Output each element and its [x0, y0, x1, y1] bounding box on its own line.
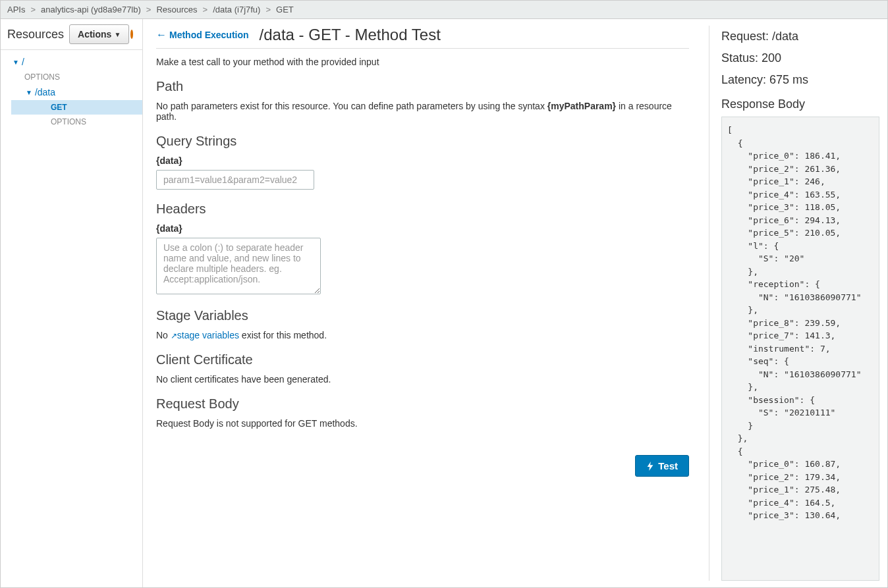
section-body-text: Request Body is not supported for GET me…	[156, 418, 689, 429]
tree-data-get[interactable]: GET	[11, 100, 142, 115]
breadcrumb-resource[interactable]: /data (i7j7fu)	[213, 5, 260, 14]
stage-variables-link[interactable]: ↗stage variables	[171, 330, 239, 340]
stage-link-label: stage variables	[177, 330, 239, 340]
actions-button[interactable]: Actions ▼	[69, 24, 129, 44]
back-link-label: Method Execution	[169, 30, 249, 40]
result-body-title: Response Body	[721, 97, 879, 111]
response-body[interactable]: [ { "price_0": 186.41, "price_2": 261.36…	[721, 117, 879, 581]
breadcrumb-api-name[interactable]: analytics-api (yd8a9e77lb)	[41, 5, 141, 14]
lightning-icon	[646, 462, 654, 471]
test-button[interactable]: Test	[635, 455, 689, 477]
breadcrumb-apis[interactable]: APIs	[7, 5, 25, 14]
tree-data-label: /data	[35, 87, 55, 97]
headers-textarea[interactable]	[156, 238, 321, 294]
breadcrumb-method[interactable]: GET	[276, 5, 294, 14]
section-stage-text: No ↗stage variables exist for this metho…	[156, 330, 689, 340]
section-path-text: No path parameters exist for this resour…	[156, 101, 689, 122]
path-text-pre: No path parameters exist for this resour…	[156, 101, 547, 111]
qs-label: {data}	[156, 155, 689, 166]
status-dot-icon	[130, 30, 133, 39]
stage-pre: No	[156, 330, 171, 340]
section-body-title: Request Body	[156, 396, 689, 412]
breadcrumb-sep: >	[146, 5, 152, 14]
actions-button-label: Actions	[78, 29, 111, 40]
stage-post: exist for this method.	[239, 330, 327, 340]
result-status: Status: 200	[721, 51, 879, 65]
section-stage-title: Stage Variables	[156, 308, 689, 323]
caret-down-icon: ▼	[26, 89, 32, 96]
breadcrumb-resources[interactable]: Resources	[156, 5, 197, 14]
tree-root-label: /	[22, 57, 24, 67]
tree-data-options[interactable]: OPTIONS	[11, 115, 142, 129]
section-cert-title: Client Certificate	[156, 352, 689, 367]
breadcrumb-sep: >	[265, 5, 271, 14]
result-request: Request: /data	[721, 30, 879, 43]
breadcrumb: APIs > analytics-api (yd8a9e77lb) > Reso…	[1, 1, 887, 19]
arrow-left-icon: ←	[156, 29, 167, 41]
tree-root[interactable]: ▼ /	[1, 54, 142, 70]
tree-data[interactable]: ▼ /data	[11, 84, 142, 100]
headers-label: {data}	[156, 223, 689, 234]
help-text: Make a test call to your method with the…	[156, 57, 689, 67]
qs-input[interactable]	[156, 170, 314, 190]
result-latency: Latency: 675 ms	[721, 73, 879, 87]
test-button-label: Test	[658, 460, 678, 471]
result-panel: Request: /data Status: 200 Latency: 675 …	[709, 19, 887, 587]
section-headers-title: Headers	[156, 201, 689, 217]
section-qs-title: Query Strings	[156, 134, 689, 149]
breadcrumb-sep: >	[203, 5, 208, 14]
resource-tree: ▼ / OPTIONS ▼ /data GET OPTIONS	[1, 50, 142, 133]
caret-down-icon: ▼	[13, 59, 19, 66]
path-syntax: {myPathParam}	[547, 101, 616, 111]
page-title: /data - GET - Method Test	[260, 26, 441, 44]
sidebar: Resources Actions ▼ ▼ / OPTIONS ▼ /data	[1, 19, 143, 587]
caret-down-icon: ▼	[114, 31, 121, 38]
back-link[interactable]: ← Method Execution	[156, 29, 249, 41]
breadcrumb-sep: >	[30, 5, 36, 14]
form-panel: ← Method Execution /data - GET - Method …	[143, 19, 709, 587]
section-path-title: Path	[156, 79, 689, 94]
sidebar-title: Resources	[7, 28, 64, 41]
section-cert-text: No client certificates have been generat…	[156, 374, 689, 385]
tree-root-options[interactable]: OPTIONS	[1, 70, 142, 84]
external-link-icon: ↗	[171, 331, 177, 340]
